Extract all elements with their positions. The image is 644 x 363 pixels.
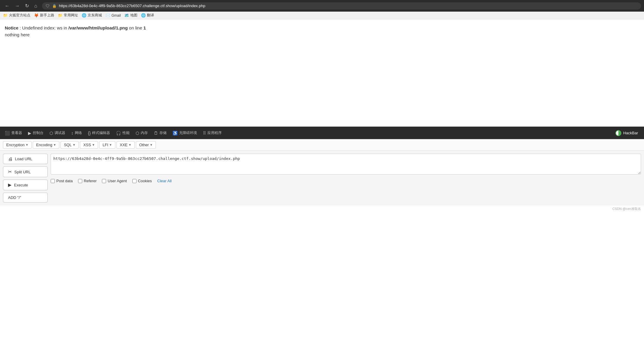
devtools-tab-console[interactable]: ▶ 控制台: [25, 127, 46, 139]
hackbar-left-panel: 🖨 Load URL ✂ Split URL ▶ Execute ADD "/": [3, 154, 48, 202]
encoding-dropdown-arrow: ▼: [53, 143, 56, 147]
bookmark-label-common: 常用网址: [64, 13, 78, 18]
url-input[interactable]: https://63b4a28d-0e4c-4ff9-9a5b-863cc27b…: [51, 154, 641, 175]
execute-button[interactable]: ▶ Execute: [3, 180, 48, 190]
console-label: 控制台: [33, 130, 44, 135]
split-url-button[interactable]: ✂ Split URL: [3, 166, 48, 177]
address-bar-container[interactable]: 🛡 🔒: [42, 2, 641, 10]
bookmark-common[interactable]: 📁 常用网址: [58, 13, 78, 18]
add-slash-label: ADD "/": [8, 195, 21, 200]
bookmark-icon-maps: 🗺️: [124, 13, 129, 18]
lfi-dropdown-arrow: ▼: [109, 143, 112, 147]
referer-checkbox[interactable]: [78, 179, 82, 183]
page-content: Notice : Undefined index: ws in /var/www…: [0, 19, 644, 127]
referer-option[interactable]: Referer: [78, 179, 97, 183]
hackbar-menu-xxe[interactable]: XXE ▼: [117, 141, 135, 149]
bookmark-gmail[interactable]: ✉️ Gmail: [105, 13, 121, 18]
footer-credit: CSDN @cen准取名: [612, 207, 641, 211]
lock-icon: 🔒: [52, 4, 57, 8]
shield-icon: 🛡: [46, 4, 50, 8]
cookies-option[interactable]: Cookies: [132, 179, 152, 183]
devtools-tab-inspector[interactable]: ⬛ 查看器: [2, 127, 25, 139]
hackbar-options: Post data Referer User Agent Cookies Cle…: [51, 177, 641, 184]
hackbar-menu-other[interactable]: Other ▼: [136, 141, 156, 149]
notice-suffix: on line: [128, 25, 144, 30]
devtools-tab-memory[interactable]: ⬡ 内存: [133, 127, 151, 139]
page-footer: CSDN @cen准取名: [0, 205, 644, 212]
bookmark-firefox[interactable]: 📁 火狐官方站点: [3, 13, 30, 18]
bookmark-label-maps: 地图: [130, 13, 137, 18]
notice-path: /var/www/html/upload/1.png: [68, 25, 128, 30]
refresh-button[interactable]: ↻: [23, 2, 31, 10]
hackbar-menu-encryption[interactable]: Encryption ▼: [3, 141, 32, 149]
forward-button[interactable]: →: [13, 2, 21, 10]
bookmark-icon-newbie: 🦊: [34, 13, 39, 18]
cookies-checkbox[interactable]: [132, 179, 136, 183]
bookmark-translate[interactable]: 🌐 翻译: [141, 13, 154, 18]
split-url-label: Split URL: [14, 170, 31, 174]
application-icon: ⠿: [203, 131, 206, 135]
encryption-dropdown-arrow: ▼: [25, 143, 28, 147]
memory-label: 内存: [141, 130, 148, 135]
post-data-checkbox[interactable]: [51, 179, 55, 183]
home-button[interactable]: ⌂: [32, 2, 39, 10]
referer-label: Referer: [84, 179, 97, 183]
clear-all-button[interactable]: Clear All: [157, 179, 172, 183]
notice-line: Notice : Undefined index: ws in /var/www…: [5, 25, 639, 30]
performance-icon: 🎧: [116, 131, 121, 135]
address-input[interactable]: [59, 4, 637, 8]
hackbar-icon: [615, 130, 621, 136]
user-agent-checkbox[interactable]: [102, 179, 106, 183]
post-data-option[interactable]: Post data: [51, 179, 73, 183]
devtools-tab-storage[interactable]: 🗒 存储: [151, 127, 170, 139]
notice-line-number: 1: [143, 25, 146, 30]
style-editor-icon: {}: [88, 131, 91, 135]
application-label: 应用程序: [207, 130, 222, 135]
performance-label: 性能: [122, 130, 130, 135]
devtools-tab-debugger[interactable]: ⬡ 调试器: [46, 127, 68, 139]
hackbar-menu-bar: Encryption ▼ Encoding ▼ SQL ▼ XSS ▼ LFI …: [0, 139, 644, 151]
bookmarks-bar: 📁 火狐官方站点 🦊 新手上路 📁 常用网址 🌐 京东商城 ✉️ Gmail 🗺…: [0, 12, 644, 19]
bookmark-label-gmail: Gmail: [111, 13, 121, 18]
bookmark-newbie[interactable]: 🦊 新手上路: [34, 13, 54, 18]
load-url-button[interactable]: 🖨 Load URL: [3, 154, 48, 164]
devtools-tab-accessibility[interactable]: ♿ 无障碍环境: [170, 127, 200, 139]
devtools-tab-performance[interactable]: 🎧 性能: [113, 127, 133, 139]
devtools-bar: ⬛ 查看器 ▶ 控制台 ⬡ 调试器 ↕ 网络 {} 样式编辑器 🎧 性能 ⬡ 内…: [0, 127, 644, 139]
bookmark-icon-firefox: 📁: [3, 13, 8, 18]
storage-icon: 🗒: [154, 131, 158, 135]
bookmark-icon-common: 📁: [58, 13, 63, 18]
notice-keyword: Notice: [5, 25, 18, 30]
sql-dropdown-arrow: ▼: [72, 143, 75, 147]
hackbar-menu-sql[interactable]: SQL ▼: [60, 141, 79, 149]
accessibility-icon: ♿: [173, 131, 178, 135]
bookmark-label-firefox: 火狐官方站点: [9, 13, 30, 18]
add-slash-button[interactable]: ADD "/": [3, 193, 48, 202]
browser-chrome: ← → ↻ ⌂ 🛡 🔒: [0, 0, 644, 12]
notice-message: : Undefined index: ws in: [20, 25, 68, 30]
bookmark-maps[interactable]: 🗺️ 地图: [124, 13, 137, 18]
load-url-icon: 🖨: [8, 156, 13, 161]
devtools-tab-application[interactable]: ⠿ 应用程序: [200, 127, 225, 139]
hackbar-right-panel: https://63b4a28d-0e4c-4ff9-9a5b-863cc27b…: [51, 154, 641, 202]
hackbar-menu-lfi[interactable]: LFI ▼: [99, 141, 115, 149]
hackbar-panel: Encryption ▼ Encoding ▼ SQL ▼ XSS ▼ LFI …: [0, 139, 644, 205]
encryption-label: Encryption: [6, 143, 24, 147]
network-icon: ↕: [71, 131, 73, 135]
user-agent-option[interactable]: User Agent: [102, 179, 127, 183]
debugger-label: 调试器: [55, 130, 65, 135]
xss-dropdown-arrow: ▼: [92, 143, 95, 147]
hackbar-label: HackBar: [623, 131, 638, 135]
hackbar-menu-xss[interactable]: XSS ▼: [80, 141, 98, 149]
back-button[interactable]: ←: [3, 2, 11, 10]
style-editor-label: 样式编辑器: [92, 130, 110, 135]
bookmark-jd[interactable]: 🌐 京东商城: [82, 13, 102, 18]
nothing-here-text: nothing here: [5, 32, 639, 37]
devtools-tab-style-editor[interactable]: {} 样式编辑器: [85, 127, 113, 139]
bookmark-icon-jd: 🌐: [82, 13, 86, 18]
hackbar-menu-encoding[interactable]: Encoding ▼: [33, 141, 59, 149]
devtools-tab-network[interactable]: ↕ 网络: [68, 127, 85, 139]
xss-label: XSS: [83, 143, 91, 147]
execute-label: Execute: [14, 183, 28, 187]
devtools-tab-hackbar[interactable]: HackBar: [611, 127, 642, 139]
